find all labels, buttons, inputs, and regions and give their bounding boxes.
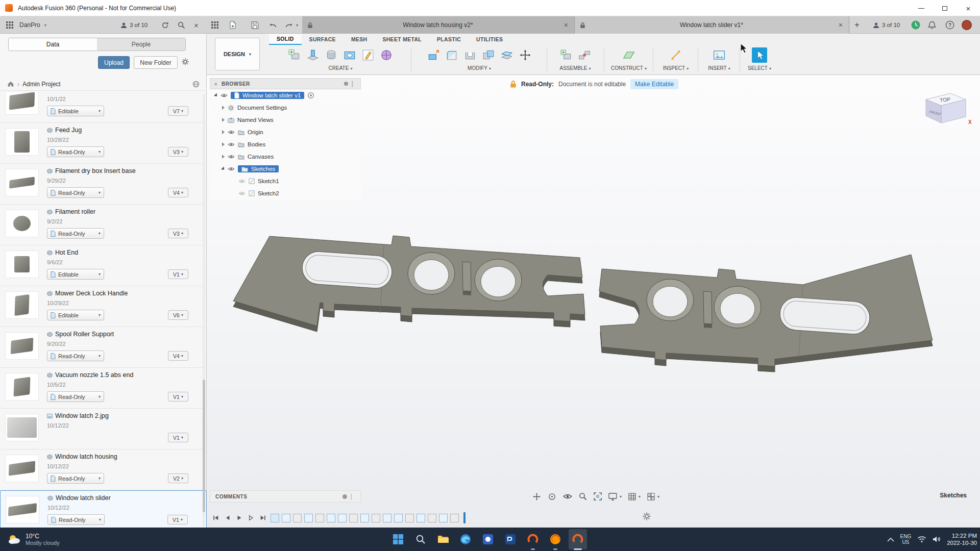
- item-version-dropdown[interactable]: V1▾: [168, 269, 188, 279]
- expand-icon[interactable]: [222, 118, 225, 122]
- browser-node-bodies[interactable]: Bodies: [210, 138, 361, 151]
- group-label-modify[interactable]: MODIFY▾: [414, 65, 545, 71]
- timeline-feature-icon[interactable]: [383, 514, 391, 522]
- taskbar-app-blue-2-icon[interactable]: [499, 528, 522, 551]
- create-form-icon[interactable]: [379, 47, 394, 63]
- timeline-feature-icon[interactable]: [439, 514, 448, 522]
- workspace-switcher[interactable]: DESIGN▾: [215, 38, 260, 70]
- group-label-create[interactable]: CREATE▾: [272, 65, 409, 71]
- pan-icon[interactable]: [532, 492, 541, 501]
- tab-solid[interactable]: SOLID: [269, 34, 302, 45]
- redo-icon[interactable]: ▾: [285, 16, 298, 34]
- new-folder-button[interactable]: New Folder: [134, 56, 178, 69]
- zoom-icon[interactable]: [579, 492, 587, 500]
- item-status-dropdown[interactable]: Read-Only▾: [47, 350, 104, 361]
- eye-icon[interactable]: [228, 166, 235, 171]
- tab-mesh[interactable]: MESH: [344, 34, 375, 45]
- panel-grip[interactable]: ▏: [352, 81, 356, 87]
- tab-data[interactable]: Data: [9, 38, 97, 51]
- item-version-dropdown[interactable]: V3▾: [168, 229, 188, 238]
- taskbar-app-blue-1-icon[interactable]: [477, 528, 499, 551]
- timeline-feature-icon[interactable]: [450, 514, 459, 522]
- user-avatar[interactable]: [962, 16, 972, 34]
- timeline-feature-icon[interactable]: [372, 514, 380, 522]
- browser-node-named-views[interactable]: Named Views: [210, 114, 361, 126]
- timeline-go-end-button[interactable]: [258, 513, 268, 522]
- combine-icon[interactable]: [481, 47, 496, 63]
- upload-button[interactable]: Upload: [98, 56, 130, 69]
- tab-people[interactable]: People: [97, 38, 185, 51]
- new-tab-button[interactable]: +: [854, 16, 860, 34]
- timeline-step-forward-button[interactable]: [246, 513, 256, 522]
- expand-icon[interactable]: [214, 93, 218, 97]
- timeline-feature-icon[interactable]: [360, 514, 369, 522]
- taskbar-firefox-icon[interactable]: [544, 528, 567, 551]
- item-status-dropdown[interactable]: Read-Only▾: [47, 146, 104, 157]
- tray-chevron-up-icon[interactable]: [887, 537, 894, 542]
- eye-icon[interactable]: [220, 93, 228, 98]
- select-tool-icon[interactable]: [752, 47, 767, 63]
- timeline-play-button[interactable]: [234, 513, 244, 522]
- eye-icon[interactable]: [228, 142, 235, 147]
- tab-plastic[interactable]: PLASTIC: [429, 34, 469, 45]
- item-version-dropdown[interactable]: V7▾: [168, 106, 188, 116]
- offset-face-icon[interactable]: [499, 47, 514, 63]
- list-item[interactable]: Vacuum nozzle 1.5 abs end 10/5/22 Read-O…: [0, 368, 207, 409]
- list-item[interactable]: Filament roller 9/2/22 Read-Only▾ V3▾: [0, 205, 207, 245]
- minimize-button[interactable]: —: [910, 0, 933, 16]
- list-item[interactable]: Mower Deck Lock Handle 10/29/22 Editable…: [0, 286, 207, 327]
- list-item[interactable]: Window latch 2.jpg 10/12/22 V1▾: [0, 409, 207, 449]
- timeline-step-back-button[interactable]: [223, 513, 233, 522]
- item-version-dropdown[interactable]: V1▾: [168, 392, 188, 402]
- look-at-icon[interactable]: [563, 493, 572, 499]
- browser-node-canvases[interactable]: Canvases: [210, 151, 361, 163]
- viewport-canvas[interactable]: « BROWSER ▏ Window latch slider v1 Docum…: [207, 75, 980, 528]
- item-version-dropdown[interactable]: V3▾: [168, 147, 188, 157]
- taskbar-edge-icon[interactable]: [454, 528, 477, 551]
- timeline-feature-icon[interactable]: [405, 514, 414, 522]
- timeline-settings-gear-icon[interactable]: [643, 512, 651, 520]
- job-status-icon[interactable]: [911, 16, 921, 34]
- eye-off-icon[interactable]: [238, 179, 246, 184]
- panel-options-icon[interactable]: [344, 82, 348, 86]
- group-label-construct[interactable]: CONSTRUCT▾: [607, 65, 651, 71]
- fillet-icon[interactable]: [444, 47, 459, 63]
- item-status-dropdown[interactable]: Editable▾: [47, 269, 104, 280]
- new-design-icon[interactable]: [229, 16, 237, 34]
- close-panel-icon[interactable]: ×: [194, 16, 199, 34]
- item-version-dropdown[interactable]: V2▾: [168, 473, 188, 483]
- help-icon[interactable]: ?: [945, 16, 954, 34]
- waffle-menu-icon[interactable]: [6, 16, 13, 34]
- expand-icon[interactable]: [222, 106, 225, 110]
- user-menu[interactable]: DanPro▾: [19, 16, 46, 34]
- timeline-feature-icon[interactable]: [304, 514, 313, 522]
- project-name[interactable]: Admin Project: [22, 81, 61, 88]
- item-status-dropdown[interactable]: Editable▾: [47, 310, 104, 320]
- list-item[interactable]: Spool Roller Support 9/20/22 Read-Only▾ …: [0, 327, 207, 368]
- item-status-dropdown[interactable]: Read-Only▾: [47, 514, 105, 525]
- document-tab-housing[interactable]: Window latch housing v2* ×: [302, 16, 575, 34]
- orbit-icon[interactable]: [548, 492, 556, 501]
- timeline-position-marker[interactable]: [463, 512, 465, 523]
- timeline-feature-icon[interactable]: [349, 514, 358, 522]
- undo-icon[interactable]: [268, 16, 277, 34]
- item-version-dropdown[interactable]: V1▾: [167, 515, 188, 524]
- expand-icon[interactable]: [222, 142, 225, 146]
- list-item[interactable]: Feed Jug 10/28/22 Read-Only▾ V3▾: [0, 123, 207, 164]
- browser-node-sketch2[interactable]: Sketch2: [210, 187, 361, 199]
- home-icon[interactable]: [7, 81, 14, 87]
- list-item[interactable]: 10/1/22 Editable▾ V7▾: [0, 92, 207, 123]
- assemble-component-icon[interactable]: [558, 47, 574, 63]
- timeline-feature-icon[interactable]: [271, 514, 279, 522]
- show-data-panel-icon[interactable]: [211, 16, 218, 34]
- taskbar-fusion-icon[interactable]: [522, 528, 544, 551]
- taskbar-start-button[interactable]: [387, 528, 409, 551]
- tab-close-icon[interactable]: ×: [838, 21, 844, 29]
- list-item[interactable]: Filament dry box Insert base 9/29/22 Rea…: [0, 164, 207, 205]
- timeline-feature-icon[interactable]: [282, 514, 290, 522]
- expand-icon[interactable]: [222, 130, 225, 134]
- tab-sheet-metal[interactable]: SHEET METAL: [375, 34, 429, 45]
- viewports-icon[interactable]: ▾: [647, 493, 659, 500]
- shared-globe-icon[interactable]: [192, 81, 200, 88]
- eye-icon[interactable]: [228, 154, 235, 159]
